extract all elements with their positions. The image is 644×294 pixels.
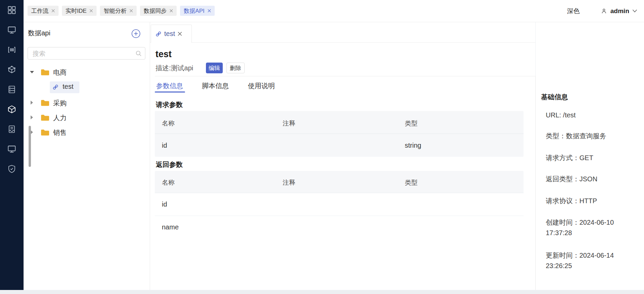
table-row: id xyxy=(155,193,524,216)
search-box xyxy=(28,47,145,60)
close-icon[interactable] xyxy=(178,32,182,36)
table-header-row: 名称 注释 类型 xyxy=(155,171,524,193)
info-updated-line2: 23:26:25 xyxy=(546,261,572,271)
basic-info-heading: 基础信息 xyxy=(541,93,568,102)
info-protocol: 请求协议：HTTP xyxy=(546,196,597,206)
username: admin xyxy=(610,7,629,15)
workspace-tab-label: 工作流 xyxy=(31,7,48,15)
top-header: 工作流 实时IDE 智能分析 数据同步 数据API 深色 admin xyxy=(24,0,644,22)
info-url: URL: /test xyxy=(546,110,576,120)
column-header-comment: 注释 xyxy=(283,119,295,128)
param-name: id xyxy=(162,200,167,208)
folder-icon xyxy=(41,114,49,121)
tree-folder-procurement[interactable]: 采购 xyxy=(24,97,150,109)
request-params-table: 名称 注释 类型 id string xyxy=(155,111,524,157)
shield-check-icon[interactable] xyxy=(7,164,16,174)
response-params-table: 名称 注释 类型 id name xyxy=(155,171,524,239)
doc-tab-label: test xyxy=(164,30,175,38)
workspace-tab-realtime-ide[interactable]: 实时IDE xyxy=(62,6,97,16)
tab-script-info[interactable]: 脚本信息 xyxy=(202,81,229,90)
caret-right-icon[interactable] xyxy=(31,101,33,105)
workspace-tab-label: 数据API xyxy=(184,7,204,15)
apps-grid-icon[interactable] xyxy=(7,5,16,15)
basic-info-panel: 基础信息 URL: /test 类型：数据查询服务 请求方式：GET 返回类型：… xyxy=(536,22,644,290)
close-icon[interactable] xyxy=(170,9,173,12)
delete-button[interactable]: 删除 xyxy=(226,63,245,73)
monitor-icon[interactable] xyxy=(7,144,16,154)
workspace-tab-label: 智能分析 xyxy=(104,7,127,15)
close-icon[interactable] xyxy=(130,9,133,12)
edit-button[interactable]: 编辑 xyxy=(206,63,223,73)
add-api-button[interactable] xyxy=(131,29,141,38)
api-title: test xyxy=(155,49,172,60)
column-header-type: 类型 xyxy=(405,119,418,128)
close-icon[interactable] xyxy=(51,9,55,12)
header-right: 深色 admin xyxy=(567,0,637,22)
workspace-tab-label: 实时IDE xyxy=(66,7,86,15)
info-return-type: 返回类型：JSON xyxy=(546,174,597,184)
caret-right-icon[interactable] xyxy=(31,115,33,119)
api-link-icon xyxy=(155,31,162,37)
table-header-row: 名称 注释 类型 xyxy=(155,111,524,134)
tree-scrollbar-thumb[interactable] xyxy=(29,126,31,167)
folder-icon xyxy=(41,129,49,136)
monitor-icon[interactable] xyxy=(7,25,16,35)
workspace-tab-data-sync[interactable]: 数据同步 xyxy=(140,6,177,16)
column-header-name: 名称 xyxy=(162,178,175,187)
tree-item-test[interactable]: test xyxy=(50,81,79,93)
param-type: string xyxy=(405,142,421,149)
workspace-tab-data-api[interactable]: 数据API xyxy=(180,6,214,16)
column-header-name: 名称 xyxy=(162,119,175,128)
tree-folder-sales[interactable]: 销售 xyxy=(24,126,150,139)
api-link-icon xyxy=(52,84,59,90)
caret-right-icon[interactable] xyxy=(31,130,33,134)
tree-item-label: test xyxy=(63,83,73,90)
info-created-line1: 创建时间：2024-06-10 xyxy=(546,217,614,228)
param-name: id xyxy=(162,142,167,149)
section-divider xyxy=(155,76,535,76)
user-icon xyxy=(601,8,607,14)
cube-nodes-icon[interactable] xyxy=(7,65,16,74)
search-icon xyxy=(136,50,142,57)
app-root: { "topbar": { "workspace_tabs": [ {"labe… xyxy=(0,0,644,294)
left-nav-rail xyxy=(0,0,24,290)
server-icon[interactable] xyxy=(7,85,16,94)
doc-tabstrip-border xyxy=(150,42,535,43)
close-icon[interactable] xyxy=(208,9,211,12)
main-content: test test 描述:测试api 编辑 删除 参数信息 脚本信息 使用说明 … xyxy=(150,22,535,290)
plus-circle-icon xyxy=(131,29,141,38)
info-created-line2: 17:37:28 xyxy=(546,228,572,238)
tree-folder-ecommerce[interactable]: 电商 xyxy=(24,66,150,78)
explorer-title: 数据api xyxy=(28,29,50,38)
response-params-heading: 返回参数 xyxy=(156,160,183,169)
active-tab-underline xyxy=(155,91,185,93)
table-row: id string xyxy=(155,134,524,157)
doc-tab-test[interactable]: test xyxy=(151,25,192,43)
barcode-icon[interactable] xyxy=(7,45,16,54)
tab-param-info[interactable]: 参数信息 xyxy=(156,81,183,90)
caret-down-icon[interactable] xyxy=(30,71,34,73)
api-description: 描述:测试api xyxy=(155,64,193,73)
user-menu[interactable]: admin xyxy=(601,7,637,15)
archive-doc-icon[interactable] xyxy=(7,124,16,134)
tab-usage-guide[interactable]: 使用说明 xyxy=(248,81,275,90)
workspace-tab-smart-analysis[interactable]: 智能分析 xyxy=(100,6,137,16)
workspace-tab-workflow[interactable]: 工作流 xyxy=(28,6,59,16)
info-method: 请求方式：GET xyxy=(546,153,593,163)
workspace-tab-label: 数据同步 xyxy=(144,7,167,15)
tree-folder-label: 采购 xyxy=(53,99,67,108)
chevron-down-icon[interactable] xyxy=(632,9,637,12)
tree-folder-hr[interactable]: 人力 xyxy=(24,112,150,124)
tree-folder-label: 销售 xyxy=(53,128,67,137)
folder-icon xyxy=(41,69,49,76)
info-updated-line1: 更新时间：2024-06-14 xyxy=(546,250,614,261)
tree-folder-label: 人力 xyxy=(53,113,67,122)
table-row: name xyxy=(155,216,524,239)
theme-toggle[interactable]: 深色 xyxy=(567,7,580,15)
search-input[interactable] xyxy=(32,49,131,59)
request-params-heading: 请求参数 xyxy=(156,100,183,109)
cube-icon-active[interactable] xyxy=(7,105,16,114)
column-header-comment: 注释 xyxy=(283,178,295,187)
close-icon[interactable] xyxy=(90,9,93,12)
tree-folder-label: 电商 xyxy=(53,68,67,77)
